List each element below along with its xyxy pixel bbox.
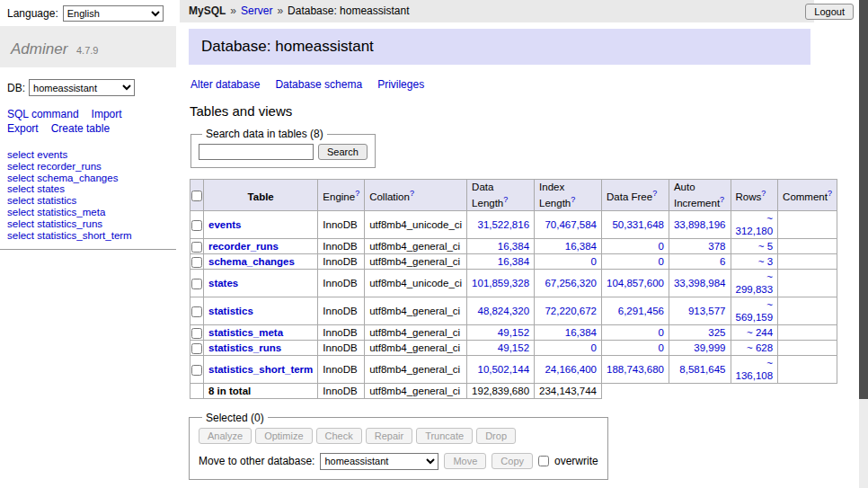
rows-link[interactable]: ~ 299,833 xyxy=(736,271,774,295)
table-name-link[interactable]: recorder_runs xyxy=(208,241,279,252)
select-link[interactable]: select xyxy=(7,149,34,160)
breadcrumb-mysql-link[interactable]: MySQL xyxy=(189,4,226,17)
data-length-link[interactable]: 10,502,144 xyxy=(477,364,529,375)
row-checkbox[interactable] xyxy=(191,220,202,231)
rows-link[interactable]: ~ 136,108 xyxy=(736,358,774,381)
auto-increment-link[interactable]: 8,581,645 xyxy=(679,364,725,375)
row-checkbox[interactable] xyxy=(191,343,202,354)
rows-link[interactable]: ~ 244 xyxy=(747,327,773,338)
auto-increment-link[interactable]: 378 xyxy=(708,241,725,252)
data-free-link[interactable]: 0 xyxy=(659,241,664,252)
analyze-button[interactable]: Analyze xyxy=(199,428,252,444)
copy-button[interactable]: Copy xyxy=(492,453,533,469)
row-checkbox[interactable] xyxy=(191,279,202,289)
data-length-link[interactable]: 16,384 xyxy=(498,241,529,252)
overwrite-checkbox[interactable] xyxy=(538,456,549,466)
select-all-checkbox[interactable] xyxy=(191,191,202,201)
data-free-link[interactable]: 50,331,648 xyxy=(612,219,664,230)
select-link[interactable]: select xyxy=(7,183,34,194)
index-length-link[interactable]: 16,384 xyxy=(565,327,597,338)
select-link[interactable]: select xyxy=(7,207,34,217)
data-free-link[interactable]: 104,857,600 xyxy=(607,278,664,288)
index-length-link[interactable]: 0 xyxy=(591,256,597,267)
rows-link[interactable]: ~ 3 xyxy=(758,256,773,267)
export-link[interactable]: Export xyxy=(7,122,39,135)
data-length-link[interactable]: 31,522,816 xyxy=(477,219,529,230)
row-checkbox[interactable] xyxy=(191,306,202,317)
data-free-link[interactable]: 0 xyxy=(659,256,664,267)
auto-increment-link[interactable]: 33,398,984 xyxy=(674,278,726,288)
table-link[interactable]: events xyxy=(37,149,67,160)
table-name-link[interactable]: statistics_runs xyxy=(208,342,281,353)
table-name-link[interactable]: states xyxy=(208,278,238,288)
repair-button[interactable]: Repair xyxy=(366,428,412,444)
data-length-link[interactable]: 16,384 xyxy=(498,256,529,267)
move-db-select[interactable]: homeassistant xyxy=(320,453,438,470)
move-button[interactable]: Move xyxy=(444,453,486,469)
row-checkbox[interactable] xyxy=(191,365,202,376)
index-length-link[interactable]: 24,166,400 xyxy=(545,364,597,375)
table-link[interactable]: statistics xyxy=(37,195,76,206)
data-length-link[interactable]: 101,859,328 xyxy=(472,278,529,288)
data-length-link[interactable]: 49,152 xyxy=(498,327,529,338)
select-link[interactable]: select xyxy=(7,173,34,183)
language-select[interactable]: English xyxy=(63,5,164,22)
data-free-link[interactable]: 0 xyxy=(659,327,664,338)
search-button[interactable]: Search xyxy=(318,144,368,160)
optimize-button[interactable]: Optimize xyxy=(255,428,312,444)
auto-increment-link[interactable]: 6 xyxy=(720,256,725,267)
db-select[interactable]: homeassistant xyxy=(29,79,135,96)
alter-database-link[interactable]: Alter database xyxy=(190,78,260,91)
data-length-link[interactable]: 48,824,320 xyxy=(477,306,529,316)
table-name-link[interactable]: statistics_meta xyxy=(208,327,283,338)
truncate-button[interactable]: Truncate xyxy=(416,428,473,444)
rows-link[interactable]: ~ 312,180 xyxy=(736,213,774,236)
table-link[interactable]: statistics_meta xyxy=(37,207,105,217)
select-link[interactable]: select xyxy=(7,161,34,172)
select-link[interactable]: select xyxy=(7,218,34,229)
index-length-link[interactable]: 16,384 xyxy=(565,241,597,252)
sql-command-link[interactable]: SQL command xyxy=(7,108,79,120)
table-name-link[interactable]: events xyxy=(208,219,241,230)
rows-link[interactable]: ~ 628 xyxy=(747,342,773,353)
data-free-link[interactable]: 0 xyxy=(659,342,664,353)
index-length-link[interactable]: 70,467,584 xyxy=(545,219,597,230)
auto-increment-link[interactable]: 913,577 xyxy=(688,306,726,316)
scrollbar-track[interactable] xyxy=(859,0,868,488)
table-link[interactable]: recorder_runs xyxy=(37,161,102,172)
logout-button[interactable]: Logout xyxy=(805,4,854,20)
row-checkbox[interactable] xyxy=(191,242,202,253)
index-length-link[interactable]: 0 xyxy=(591,342,597,353)
data-free-link[interactable]: 188,743,680 xyxy=(607,364,664,375)
table-name-link[interactable]: statistics xyxy=(208,306,253,316)
table-name-link[interactable]: statistics_short_term xyxy=(208,364,313,375)
scrollbar-thumb[interactable] xyxy=(859,0,868,399)
index-length-link[interactable]: 72,220,672 xyxy=(545,306,597,316)
breadcrumb-server-link[interactable]: Server xyxy=(241,4,272,17)
table-link[interactable]: schema_changes xyxy=(37,173,118,183)
privileges-link[interactable]: Privileges xyxy=(377,78,424,91)
row-checkbox[interactable] xyxy=(191,328,202,339)
breadcrumb-separator: » xyxy=(230,4,236,17)
search-input[interactable] xyxy=(199,144,314,160)
check-button[interactable]: Check xyxy=(316,428,362,444)
table-link[interactable]: statistics_runs xyxy=(37,218,102,229)
sidebar-create-table-link[interactable]: Create table xyxy=(51,122,110,135)
auto-increment-link[interactable]: 325 xyxy=(708,327,725,338)
auto-increment-link[interactable]: 33,898,196 xyxy=(674,219,726,230)
select-link[interactable]: select xyxy=(7,195,34,206)
drop-button[interactable]: Drop xyxy=(476,428,516,444)
database-schema-link[interactable]: Database schema xyxy=(275,78,362,91)
auto-increment-link[interactable]: 39,999 xyxy=(694,342,725,353)
index-length-link[interactable]: 67,256,320 xyxy=(545,278,597,288)
select-link[interactable]: select xyxy=(7,230,34,241)
table-name-link[interactable]: schema_changes xyxy=(208,256,295,267)
data-length-link[interactable]: 49,152 xyxy=(498,342,529,353)
rows-link[interactable]: ~ 569,159 xyxy=(736,299,774,323)
table-link[interactable]: states xyxy=(37,183,65,194)
row-checkbox[interactable] xyxy=(191,257,202,268)
rows-link[interactable]: ~ 5 xyxy=(758,241,773,252)
table-link[interactable]: statistics_short_term xyxy=(37,230,131,241)
import-link[interactable]: Import xyxy=(92,108,122,120)
data-free-link[interactable]: 6,291,456 xyxy=(618,306,664,316)
